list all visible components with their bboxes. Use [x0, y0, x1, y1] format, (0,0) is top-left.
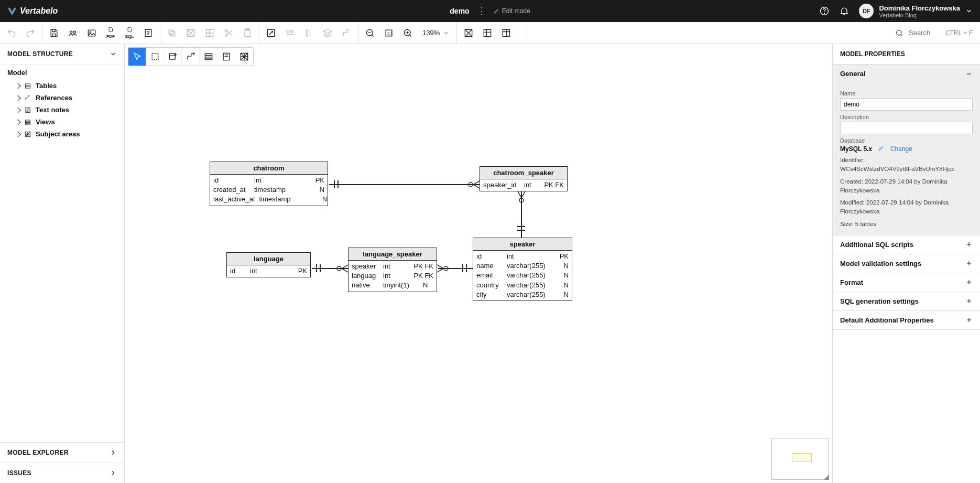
rel-line[interactable] [329, 184, 480, 185]
svg-rect-17 [291, 30, 293, 32]
plus-icon [965, 241, 973, 248]
section-sql-generation[interactable]: SQL generation settings [833, 292, 980, 310]
zoom-dropdown[interactable]: 139% [419, 29, 452, 37]
meta-size: Size: 5 tables [840, 220, 973, 229]
section-sql-scripts[interactable]: Additional SQL scripts [833, 235, 980, 254]
pencil-icon [494, 8, 500, 14]
fit-button[interactable] [264, 26, 278, 40]
brand-logo[interactable]: Vertabelo [7, 6, 58, 16]
add-reference-tool[interactable] [182, 48, 200, 66]
entity-language-speaker[interactable]: language_speaker speakerintPK FK languag… [348, 248, 437, 292]
crowfoot-icon [467, 179, 480, 190]
entity-chatroom-speaker[interactable]: chatroom_speaker speaker_idintPK FK [480, 166, 568, 191]
tree-item-references[interactable]: References [7, 92, 117, 104]
minimap[interactable] [771, 438, 829, 480]
bell-icon[interactable] [839, 6, 850, 16]
model-name-input[interactable] [840, 98, 973, 111]
model-tree: Model Tables References Text notes Views… [0, 65, 124, 442]
crowfoot-icon [437, 263, 450, 274]
header-center: demo ⋮ Edit mode [450, 6, 530, 16]
section-validation[interactable]: Model validation settings [833, 254, 980, 273]
add-view-tool[interactable] [200, 48, 217, 66]
issues-header[interactable]: ISSUES [0, 463, 124, 483]
svg-rect-16 [287, 30, 289, 32]
zoom-reset-button[interactable]: 1:1 [382, 26, 396, 40]
pencil-icon [878, 145, 884, 152]
select-tool[interactable] [128, 48, 146, 66]
search-hint: CTRL + F [945, 29, 973, 37]
left-panel: MODEL STRUCTURE Model Tables References … [0, 44, 125, 483]
align-h-button[interactable] [282, 26, 297, 40]
table-icon [24, 82, 31, 90]
minimap-resize-icon[interactable] [824, 475, 829, 480]
svg-point-34 [193, 53, 194, 55]
search-input[interactable] [909, 29, 940, 37]
zoom-out-button[interactable] [363, 26, 377, 40]
logo-icon [7, 6, 17, 16]
add-table-tool[interactable] [164, 48, 182, 66]
section-format[interactable]: Format [833, 273, 980, 292]
entity-title: chatroom_speaker [480, 167, 567, 179]
grid1-button[interactable] [461, 26, 476, 40]
sql-export-button[interactable]: SQL [122, 26, 137, 40]
change-database-link[interactable]: Change [890, 145, 912, 153]
crowfoot-icon [335, 263, 348, 274]
route-button[interactable] [339, 26, 354, 40]
undo-button[interactable] [4, 26, 19, 40]
align-v-button[interactable] [301, 26, 316, 40]
tree-item-views[interactable]: Views [7, 116, 117, 128]
zoom-in-button[interactable] [400, 26, 415, 40]
section-general-header[interactable]: General [833, 65, 980, 83]
label-description: Description [840, 114, 973, 120]
share-button[interactable] [66, 26, 80, 40]
section-default-props[interactable]: Default Additional Properties [833, 311, 980, 329]
model-description-input[interactable] [840, 122, 973, 134]
header-right: DF Dominika Florczykowska Vertabelo Blog [819, 4, 973, 18]
marquee-tool[interactable] [146, 48, 164, 66]
minus-icon [965, 70, 973, 78]
cut1-button[interactable] [183, 26, 198, 40]
brand-name: Vertabelo [20, 6, 58, 16]
model-structure-header[interactable]: MODEL STRUCTURE [0, 44, 124, 65]
svg-point-2 [70, 31, 72, 33]
svg-rect-4 [88, 30, 95, 36]
svg-rect-25 [484, 29, 491, 36]
cut2-button[interactable] [202, 26, 217, 40]
tree-item-tables[interactable]: Tables [7, 80, 117, 92]
minimap-viewport[interactable] [792, 453, 812, 461]
avatar: DF [859, 4, 874, 18]
paste-button[interactable] [240, 26, 255, 40]
model-menu-icon[interactable]: ⋮ [477, 6, 486, 16]
entity-speaker[interactable]: speaker idintPK namevarchar(255)N emailv… [473, 238, 572, 301]
copy-button[interactable] [165, 26, 179, 40]
scissors-button[interactable] [221, 26, 236, 40]
xml-export-button[interactable] [141, 26, 156, 40]
plus-icon [965, 316, 973, 324]
label-name: Name [840, 90, 973, 96]
add-area-tool[interactable] [235, 48, 253, 66]
pdf-export-button[interactable]: PDF [103, 26, 118, 40]
tree-item-subjectareas[interactable]: Subject areas [7, 128, 117, 140]
edit-mode-indicator[interactable]: Edit mode [494, 7, 530, 15]
grid2-button[interactable] [480, 26, 495, 40]
search-box[interactable]: CTRL + F [888, 29, 980, 37]
model-explorer-header[interactable]: MODEL EXPLORER [0, 442, 124, 463]
image-export-button[interactable] [84, 26, 99, 40]
add-note-tool[interactable] [217, 48, 235, 66]
erd-canvas[interactable]: chatroom idintPK created_attimestampN la… [125, 44, 832, 483]
help-icon[interactable] [819, 6, 830, 16]
user-menu[interactable]: DF Dominika Florczykowska Vertabelo Blog [859, 4, 973, 18]
tree-item-textnotes[interactable]: Text notes [7, 104, 117, 116]
tree-root[interactable]: Model [7, 69, 117, 77]
layers-button[interactable] [320, 26, 335, 40]
grid3-button[interactable] [499, 26, 514, 40]
save-button[interactable] [47, 26, 61, 40]
label-database: Database [840, 137, 973, 144]
entity-language[interactable]: language idintPK [226, 252, 311, 277]
svg-point-27 [897, 30, 901, 35]
redo-button[interactable] [23, 26, 38, 40]
entity-title: chatroom [210, 162, 328, 175]
user-sub: Vertabelo Blog [879, 12, 960, 18]
note-icon [24, 106, 31, 114]
entity-chatroom[interactable]: chatroom idintPK created_attimestampN la… [210, 162, 328, 206]
